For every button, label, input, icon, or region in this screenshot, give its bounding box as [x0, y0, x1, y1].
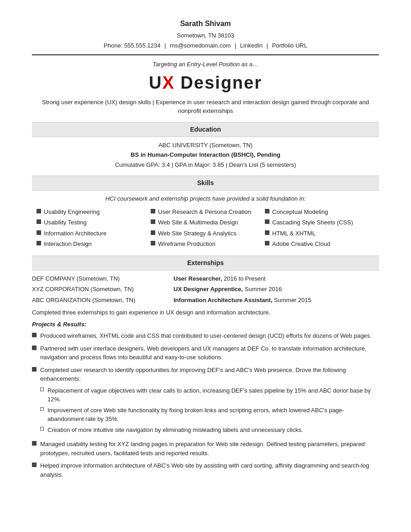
linkedin[interactable]: LinkedIn [240, 42, 263, 49]
contact-info: Phone: 555.555.1234 | ms@somedomain.com … [32, 41, 379, 50]
bullet-square [32, 333, 37, 337]
skills-grid: Usability EngineeringUser Research & Per… [32, 207, 379, 249]
skill-bullet [151, 230, 155, 235]
ext-company: ABC ORGANIZATION (Sometown, TN) [32, 296, 174, 305]
bullet-square [32, 441, 37, 446]
project-bullet: Completed user research to identify oppo… [32, 366, 379, 436]
title-u: U [149, 73, 162, 92]
bullet-text: Helped improve information architecture … [40, 461, 379, 479]
externship-entry: ABC ORGANIZATION (Sometown, TN) Informat… [32, 296, 379, 305]
skill-item: Adobe Creative Cloud [265, 239, 374, 249]
address: Sometown, TN 38103 [32, 31, 379, 40]
skill-item: Wireframe Production [151, 239, 260, 249]
project-bullet: Managed usability testing for XYZ landin… [32, 440, 379, 458]
skill-text: Web Site Strategy & Analytics [158, 229, 237, 238]
skill-text: Web Site & Multimedia Design [158, 218, 238, 227]
skills-intro: HCI coursework and externship projects h… [32, 194, 379, 203]
skill-text: Information Architecture [44, 229, 106, 238]
bullet-text: Partnered with user interface designers,… [40, 344, 379, 362]
ux-designer-title: UX Designer [32, 70, 379, 96]
skill-item: HTML & XHTML [265, 229, 374, 239]
education-section-header: Education [32, 122, 379, 137]
skill-item: Cascading Style Sheets (CSS) [265, 218, 374, 228]
phone-number: 555.555.1234 [124, 42, 161, 49]
bullet-square [32, 463, 37, 467]
tagline-text: Targeting an Entry-Level Position as a… [32, 60, 379, 69]
skill-text: Wireframe Production [158, 239, 216, 249]
ext-role: User Researcher, 2016 to Present [174, 274, 379, 283]
sub-bullet-item: Replacement of vague objectives with cle… [40, 386, 379, 404]
header-divider [32, 54, 379, 55]
skill-text: Usability Engineering [44, 207, 100, 217]
project-bullet: Partnered with user interface designers,… [32, 344, 379, 362]
education-content: ABC UNIVERSITY (Sometown, TN) BS in Huma… [32, 141, 379, 170]
skills-section-header: Skills [32, 176, 379, 191]
project-bullet: Produced wireframes, XHTML code and CSS … [32, 331, 379, 340]
skill-bullet [265, 230, 269, 235]
tagline-description: Strong user experience (UX) design skill… [32, 98, 379, 116]
skill-text: Interaction Design [44, 239, 92, 249]
skill-bullet [37, 230, 41, 235]
sub-bullet-text: Improvement of core Web site functionali… [47, 406, 379, 424]
skill-item: Information Architecture [37, 229, 146, 239]
skill-bullet [151, 219, 155, 224]
projects-label: Projects & Results: [32, 320, 379, 329]
externship-entry: XYZ CORPORATION (Sometown, TN) UX Design… [32, 285, 379, 294]
title-designer: Designer [175, 73, 262, 92]
skill-bullet [265, 209, 269, 213]
externships-section-header: Externships [32, 255, 379, 271]
degree: BS in Human-Computer Interaction (BSHCI)… [32, 150, 379, 160]
externship-summary: Completed three externships to gain expe… [32, 308, 379, 317]
skill-item: Usability Engineering [37, 207, 146, 217]
skill-text: Usability Testing [44, 218, 87, 227]
bullet-square [32, 367, 37, 372]
ext-role: Information Architecture Assistant, Summ… [174, 296, 379, 305]
skill-bullet [151, 241, 155, 245]
projects-bullets: Produced wireframes, XHTML code and CSS … [32, 331, 379, 479]
ext-company: XYZ CORPORATION (Sometown, TN) [32, 285, 174, 294]
title-x: X [162, 73, 174, 92]
sub-bullet-square [40, 427, 44, 431]
skill-item: Interaction Design [37, 239, 146, 249]
phone-label: Phone: [104, 42, 122, 49]
skill-bullet [265, 219, 269, 224]
skill-text: Adobe Creative Cloud [272, 239, 330, 249]
externship-entries: DEF COMPANY (Sometown, TN) User Research… [32, 274, 379, 305]
sub-bullet-text: Creation of more intuitive site navigati… [47, 426, 303, 435]
bullet-text: Completed user research to identify oppo… [40, 366, 379, 436]
skill-item: User Research & Persona Creation [151, 207, 260, 217]
email: ms@somedomain.com [170, 42, 231, 49]
externship-entry: DEF COMPANY (Sometown, TN) User Research… [32, 274, 379, 283]
skill-text: User Research & Persona Creation [158, 207, 251, 217]
gpa: Cumulative GPA: 3.4 | GPA in Major: 3.85… [32, 160, 379, 170]
skill-text: Cascading Style Sheets (CSS) [272, 218, 353, 227]
tagline-section: Targeting an Entry-Level Position as a… … [32, 60, 379, 116]
bullet-text: Produced wireframes, XHTML code and CSS … [40, 331, 379, 340]
sub-bullet-item: Creation of more intuitive site navigati… [40, 426, 379, 435]
sub-bullet-item: Improvement of core Web site functionali… [40, 406, 379, 424]
skill-item: Usability Testing [37, 218, 146, 228]
applicant-name: Sarath Shivam [32, 18, 379, 29]
skill-text: HTML & XHTML [272, 229, 316, 238]
ext-company: DEF COMPANY (Sometown, TN) [32, 274, 174, 283]
skill-item: Web Site Strategy & Analytics [151, 229, 260, 239]
skill-bullet [151, 209, 155, 213]
skill-bullet [37, 219, 41, 224]
skill-bullet [37, 209, 41, 213]
sub-bullet-square [40, 388, 44, 391]
bullet-square [32, 346, 37, 350]
skill-item: Web Site & Multimedia Design [151, 218, 260, 228]
skill-bullet [37, 241, 41, 245]
school-name: ABC UNIVERSITY (Sometown, TN) [32, 141, 379, 150]
skill-text: Conceptual Modeling [272, 207, 328, 217]
ext-role: UX Designer Apprentice, Summer 2016 [174, 285, 379, 294]
skill-bullet [265, 241, 269, 245]
portfolio[interactable]: Portfolio URL [272, 42, 307, 49]
sub-bullet-text: Replacement of vague objectives with cle… [47, 386, 379, 404]
skill-item: Conceptual Modeling [265, 207, 374, 217]
resume-header: Sarath Shivam Sometown, TN 38103 Phone: … [32, 18, 379, 50]
sub-bullet-list: Replacement of vague objectives with cle… [40, 386, 379, 435]
bullet-text: Managed usability testing for XYZ landin… [40, 440, 379, 458]
project-bullet: Helped improve information architecture … [32, 461, 379, 479]
sub-bullet-square [40, 407, 44, 411]
